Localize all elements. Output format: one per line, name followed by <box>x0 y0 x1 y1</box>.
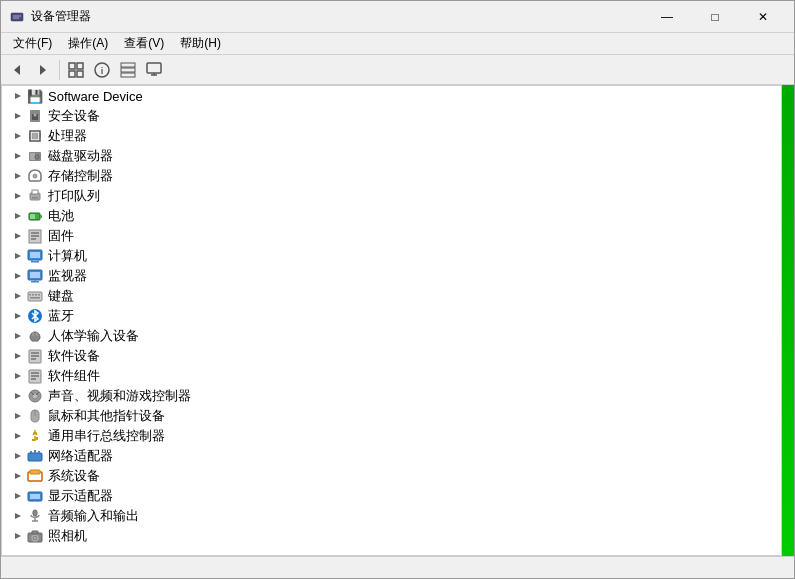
content-area: 💾Software Device安全设备处理器磁盘驱动器存储控制器打印队列电池固… <box>1 85 794 556</box>
forward-button[interactable] <box>31 58 55 82</box>
device-label: 通用串行总线控制器 <box>48 427 165 445</box>
tree-item[interactable]: 磁盘驱动器 <box>2 146 781 166</box>
expand-arrow-icon[interactable] <box>10 448 26 464</box>
svg-rect-39 <box>32 190 38 194</box>
tree-item[interactable]: 计算机 <box>2 246 781 266</box>
device-icon <box>26 267 44 285</box>
expand-arrow-icon[interactable] <box>10 108 26 124</box>
device-label: 人体学输入设备 <box>48 327 139 345</box>
svg-point-21 <box>34 114 37 117</box>
tree-item[interactable]: 监视器 <box>2 266 781 286</box>
close-button[interactable]: ✕ <box>740 2 786 32</box>
tree-item[interactable]: 显示适配器 <box>2 486 781 506</box>
expand-arrow-icon[interactable] <box>10 468 26 484</box>
expand-arrow-icon[interactable] <box>10 228 26 244</box>
expand-arrow-icon[interactable] <box>10 288 26 304</box>
monitor-button[interactable] <box>142 58 166 82</box>
toolbar: i <box>1 55 794 85</box>
svg-rect-112 <box>32 531 38 534</box>
svg-marker-108 <box>15 533 21 539</box>
tree-item[interactable]: 通用串行总线控制器 <box>2 426 781 446</box>
tree-item[interactable]: 系统设备 <box>2 466 781 486</box>
device-tree[interactable]: 💾Software Device安全设备处理器磁盘驱动器存储控制器打印队列电池固… <box>1 85 782 556</box>
device-label: 监视器 <box>48 267 87 285</box>
expand-arrow-icon[interactable] <box>10 168 26 184</box>
tree-item[interactable]: 网络适配器 <box>2 446 781 466</box>
tree-item[interactable]: 💾Software Device <box>2 86 781 106</box>
menu-action[interactable]: 操作(A) <box>60 33 116 54</box>
menu-file[interactable]: 文件(F) <box>5 33 60 54</box>
tree-item[interactable]: 声音、视频和游戏控制器 <box>2 386 781 406</box>
tree-item[interactable]: 软件设备 <box>2 346 781 366</box>
expand-arrow-icon[interactable] <box>10 148 26 164</box>
tree-item[interactable]: 鼠标和其他指针设备 <box>2 406 781 426</box>
menu-view[interactable]: 查看(V) <box>116 33 172 54</box>
device-label: 打印队列 <box>48 187 100 205</box>
expand-arrow-icon[interactable] <box>10 328 26 344</box>
tree-item[interactable]: 人体学输入设备 <box>2 326 781 346</box>
tree-item[interactable]: 电池 <box>2 206 781 226</box>
minimize-button[interactable]: — <box>644 2 690 32</box>
expand-arrow-icon[interactable] <box>10 308 26 324</box>
tree-item[interactable]: 照相机 <box>2 526 781 546</box>
device-icon <box>26 387 44 405</box>
svg-rect-47 <box>31 232 39 234</box>
device-icon <box>26 407 44 425</box>
expand-arrow-icon[interactable] <box>10 348 26 364</box>
svg-rect-8 <box>77 71 83 77</box>
expand-arrow-icon[interactable] <box>10 128 26 144</box>
tree-item[interactable]: 键盘 <box>2 286 781 306</box>
svg-marker-37 <box>15 193 21 199</box>
maximize-button[interactable]: □ <box>692 2 738 32</box>
tree-item[interactable]: 安全设备 <box>2 106 781 126</box>
svg-marker-70 <box>15 333 21 339</box>
tree-item[interactable]: 音频输入和输出 <box>2 506 781 526</box>
info-button[interactable]: i <box>90 58 114 82</box>
tree-item[interactable]: 固件 <box>2 226 781 246</box>
tree-item[interactable]: 软件组件 <box>2 366 781 386</box>
tree-item[interactable]: 打印队列 <box>2 186 781 206</box>
tree-item[interactable]: 蓝牙 <box>2 306 781 326</box>
expand-arrow-icon[interactable] <box>10 488 26 504</box>
expand-arrow-icon[interactable] <box>10 368 26 384</box>
device-label: 磁盘驱动器 <box>48 147 113 165</box>
main-window: 设备管理器 — □ ✕ 文件(F) 操作(A) 查看(V) 帮助(H) <box>0 0 795 579</box>
expand-arrow-icon[interactable] <box>10 88 26 104</box>
device-icon <box>26 187 44 205</box>
expand-arrow-icon[interactable] <box>10 248 26 264</box>
svg-marker-4 <box>40 65 46 75</box>
expand-arrow-icon[interactable] <box>10 508 26 524</box>
window-controls: — □ ✕ <box>644 2 786 32</box>
grid-button[interactable] <box>116 58 140 82</box>
svg-rect-67 <box>30 297 40 299</box>
svg-marker-99 <box>15 493 21 499</box>
expand-arrow-icon[interactable] <box>10 388 26 404</box>
device-icon <box>26 507 44 525</box>
expand-arrow-icon[interactable] <box>10 188 26 204</box>
device-icon <box>26 147 44 165</box>
device-icon <box>26 447 44 465</box>
svg-marker-88 <box>15 433 21 439</box>
expand-arrow-icon[interactable] <box>10 268 26 284</box>
view-button[interactable] <box>64 58 88 82</box>
device-icon <box>26 307 44 325</box>
tree-item[interactable]: 存储控制器 <box>2 166 781 186</box>
expand-arrow-icon[interactable] <box>10 428 26 444</box>
svg-rect-66 <box>38 294 40 296</box>
tree-item[interactable]: 处理器 <box>2 126 781 146</box>
svg-rect-11 <box>121 63 135 67</box>
svg-rect-101 <box>30 494 40 499</box>
svg-rect-49 <box>31 238 36 240</box>
window-icon <box>9 9 25 25</box>
svg-rect-0 <box>11 13 23 21</box>
svg-rect-92 <box>28 453 42 461</box>
menu-help[interactable]: 帮助(H) <box>172 33 229 54</box>
expand-arrow-icon[interactable] <box>10 408 26 424</box>
svg-marker-96 <box>15 473 21 479</box>
svg-rect-24 <box>32 133 38 139</box>
back-button[interactable] <box>5 58 29 82</box>
device-label: 电池 <box>48 207 74 225</box>
svg-marker-104 <box>15 513 21 519</box>
expand-arrow-icon[interactable] <box>10 208 26 224</box>
expand-arrow-icon[interactable] <box>10 528 26 544</box>
